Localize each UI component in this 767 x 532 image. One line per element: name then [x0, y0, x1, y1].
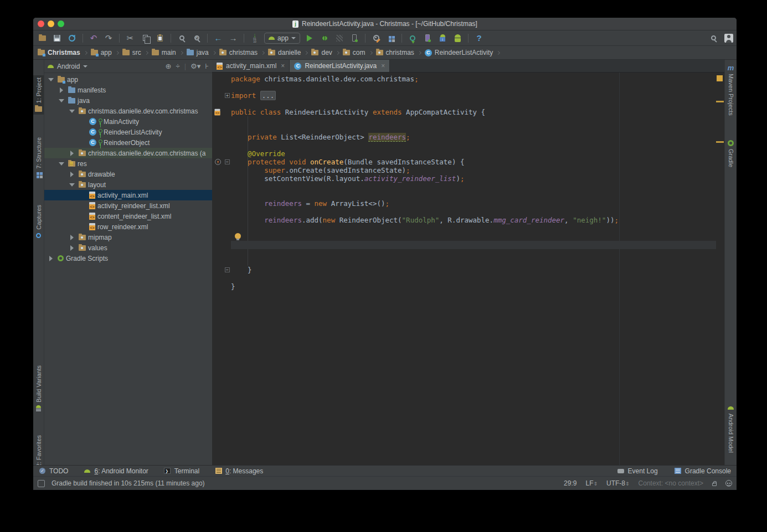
editor-gutter[interactable] [212, 141, 231, 149]
lock-icon[interactable] [712, 483, 717, 486]
tool-window-button-event-log[interactable]: Event Log [617, 467, 658, 475]
save-all-button[interactable] [52, 33, 63, 44]
chevron-down-icon[interactable] [83, 65, 87, 68]
editor-gutter[interactable] [212, 257, 231, 266]
tree-row[interactable]: manifests [44, 85, 212, 95]
editor-gutter[interactable] [212, 224, 231, 233]
editor-gutter[interactable] [212, 133, 231, 141]
sdk-manager-button[interactable] [407, 33, 418, 44]
tool-window-button-captures[interactable]: Captures [33, 203, 44, 241]
help-button[interactable]: ? [473, 33, 485, 44]
editor-gutter[interactable]: ↑− [212, 158, 231, 166]
editor-tab[interactable]: activity_main.xml× [212, 60, 290, 72]
tool-window-button-gradle[interactable]: Gradle [725, 137, 737, 169]
tool-window-button-gradle-console[interactable]: Gradle Console [675, 467, 731, 475]
editor-gutter[interactable] [212, 149, 231, 158]
fold-marker[interactable]: + [225, 93, 230, 98]
tree-row[interactable]: CReindeerObject [44, 137, 212, 148]
device-monitor-button[interactable] [452, 33, 463, 44]
tree-row[interactable]: activity_main.xml [44, 190, 212, 200]
tree-row[interactable]: values [44, 242, 212, 253]
editor-gutter[interactable] [212, 191, 231, 199]
tree-expand-arrow[interactable] [47, 78, 55, 81]
tool-window-button-1-project[interactable]: 1: Project [33, 75, 44, 115]
close-window-button[interactable] [38, 20, 44, 27]
tree-expand-arrow[interactable] [57, 99, 66, 102]
tree-expand-arrow[interactable] [57, 87, 66, 93]
editor-gutter[interactable] [212, 100, 231, 108]
run-button[interactable] [304, 33, 315, 44]
breadcrumb-item[interactable]: christmas [376, 49, 414, 56]
tree-expand-arrow[interactable] [47, 256, 55, 261]
run-configuration-select[interactable]: app [264, 33, 300, 44]
tool-window-button-terminal[interactable]: ❯_Terminal [164, 467, 199, 475]
overrides-method-gutter-icon[interactable]: ↑ [215, 159, 221, 165]
tree-row[interactable]: row_reindeer.xml [44, 221, 212, 232]
editor-gutter[interactable] [212, 125, 231, 133]
breadcrumb-item[interactable]: app [91, 49, 112, 56]
caret-position[interactable]: 29:9 [564, 479, 576, 487]
breadcrumb-item[interactable]: java [187, 49, 209, 56]
minimize-window-button[interactable] [48, 20, 54, 27]
editor-gutter[interactable] [212, 282, 231, 291]
find-button[interactable] [176, 33, 187, 44]
editor-gutter[interactable] [212, 108, 231, 116]
tree-expand-arrow[interactable] [68, 235, 76, 240]
editor-gutter[interactable]: − [212, 266, 231, 274]
editor-gutter[interactable]: + [212, 91, 231, 100]
tree-row[interactable]: christmas.danielle.dev.com.christmas [44, 106, 212, 116]
tree-row[interactable]: res [44, 158, 212, 169]
hide-panel-icon[interactable]: ⊦ [205, 62, 209, 70]
project-view-selector[interactable]: Android [57, 63, 80, 70]
tree-row[interactable]: Gradle Scripts [44, 253, 212, 264]
tree-row[interactable]: drawable [44, 169, 212, 179]
editor-gutter[interactable] [212, 75, 231, 83]
tree-row[interactable]: app [44, 74, 212, 85]
sync-button[interactable] [66, 33, 78, 44]
editor-gutter[interactable] [212, 216, 231, 224]
editor-gutter[interactable] [212, 116, 231, 125]
fold-marker[interactable]: − [225, 267, 230, 272]
tree-row[interactable]: activity_reindeer_list.xml [44, 200, 212, 211]
attach-debugger-button[interactable] [349, 33, 360, 44]
redo-button[interactable]: ↷ [103, 33, 114, 44]
debug-button[interactable] [319, 33, 330, 44]
editor-gutter[interactable] [212, 241, 231, 249]
search-everywhere-icon[interactable] [708, 33, 719, 44]
line-ending-select[interactable]: LF⇕ [585, 479, 598, 487]
tool-window-button-todo[interactable]: ✓TODO [39, 467, 68, 475]
copy-button[interactable] [140, 33, 151, 44]
tree-row[interactable]: java [44, 95, 212, 106]
tool-window-button-0-messages[interactable]: 0: Messages [215, 467, 263, 475]
close-tab-icon[interactable]: × [281, 62, 285, 70]
zoom-window-button[interactable] [58, 20, 64, 27]
tree-expand-arrow[interactable] [68, 172, 76, 177]
android-sdk-button[interactable]: ↓ [437, 33, 448, 44]
panel-settings-gear-icon[interactable]: ⚙▾ [191, 62, 200, 70]
encoding-select[interactable]: UTF-8⇕ [606, 479, 630, 487]
tree-expand-arrow[interactable] [68, 151, 76, 156]
editor-gutter[interactable] [212, 83, 231, 91]
editor-gutter[interactable] [212, 274, 231, 282]
intention-bulb-icon[interactable] [235, 233, 241, 239]
breadcrumb-item[interactable]: com [343, 49, 366, 56]
tool-window-button-build-variants[interactable]: Build Variants [33, 363, 44, 414]
breadcrumb-item[interactable]: christmas [219, 49, 258, 56]
tree-row[interactable]: mipmap [44, 232, 212, 242]
editor-gutter[interactable] [212, 233, 231, 241]
code-editor[interactable]: package christmas.danielle.dev.com.chris… [212, 73, 724, 465]
breadcrumb-item[interactable]: danielle [268, 49, 301, 56]
editor-tab[interactable]: CReindeerListActivity.java× [290, 60, 390, 72]
collapse-all-icon[interactable]: ÷ [176, 62, 180, 70]
project-structure-button[interactable] [385, 33, 397, 44]
breadcrumb-item[interactable]: dev [311, 49, 332, 56]
settings-button[interactable] [370, 33, 382, 44]
editor-gutter[interactable] [212, 174, 231, 183]
tool-window-button-7-structure[interactable]: 7: Structure [33, 135, 44, 180]
tree-expand-arrow[interactable] [68, 245, 76, 251]
tree-row[interactable]: CReindeerListActivity [44, 127, 212, 137]
undo-button[interactable]: ↶ [88, 33, 99, 44]
fold-marker[interactable]: − [225, 159, 230, 164]
forward-button[interactable]: → [228, 33, 239, 44]
breadcrumb-item[interactable]: Christmas [38, 49, 80, 56]
